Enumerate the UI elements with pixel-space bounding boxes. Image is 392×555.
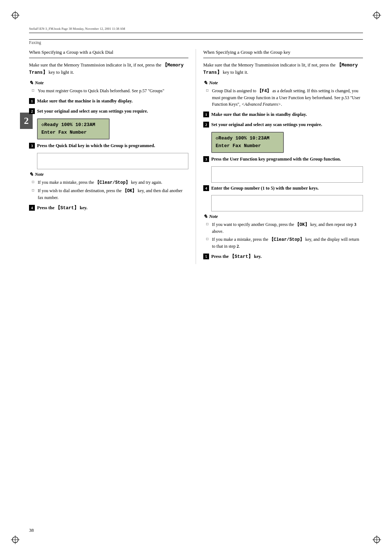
right-step-3-num: 3 [203,156,209,162]
left-step-2-num: 2 [29,108,35,114]
note-icon-2: ✎ [29,171,33,178]
left-lcd-line2: Enter Fax Number [41,129,105,137]
right-note-2: ✎ Note If you want to specify another Gr… [203,214,363,250]
right-note-2-item-2: If you make a mistake, press the 【Clear/… [206,236,363,250]
right-step-1: 1 Make sure that the machine is in stand… [203,111,363,118]
reg-mark-bl [11,535,20,544]
left-step-1: 1 Make sure that the machine is in stand… [29,98,188,105]
right-column: When Specifying a Group with the Group k… [196,49,363,264]
left-step-3-box [37,153,188,169]
left-step-3: 3 Press the Quick Dial key in which the … [29,142,188,149]
reg-mark-tr [372,11,381,20]
page-header: StellaF1EN-3_FM.book Page 38 Monday, Nov… [29,22,363,36]
page-number: 38 [29,527,34,533]
right-note-1-title: ✎ Note [203,80,363,86]
left-note-2: ✎ Note If you make a mistake, press the … [29,171,188,201]
right-lcd-display: ◇Ready 100% 10:23AM Enter Fax Number [211,132,284,153]
reg-mark-br [372,535,381,544]
main-content: When Specifying a Group with a Quick Dia… [29,49,363,519]
section-label: Faxing [29,40,41,45]
left-step-4-text: Press the 【Start】 key. [37,204,87,212]
right-step-3-text: Press the User Function key programmed w… [211,156,341,163]
right-note-1-list: Group Dial is assigned to 【F4】 as a defa… [203,88,363,108]
right-note-1: ✎ Note Group Dial is assigned to 【F4】 as… [203,80,363,108]
left-step-4-num: 4 [29,205,35,211]
right-intro-text: Make sure that the Memory Transmission i… [203,62,363,76]
left-note-2-title: ✎ Note [29,171,188,178]
right-column-header: When Specifying a Group with the Group k… [203,49,363,58]
left-step-1-num: 1 [29,98,35,104]
left-step-2-text: Set your original and select any scan se… [37,108,148,115]
right-step-1-num: 1 [203,112,209,117]
reg-mark-tl [11,11,20,20]
header-metadata: StellaF1EN-3_FM.book Page 38 Monday, Nov… [29,27,125,31]
right-step-5-num: 5 [203,254,209,259]
two-column-layout: When Specifying a Group with a Quick Dia… [29,49,363,264]
right-step-4: 4 Enter the Group number (1 to 5) with t… [203,185,363,192]
left-column-header: When Specifying a Group with a Quick Dia… [29,49,188,58]
section-rule [29,39,363,40]
right-step-2-num: 2 [203,122,209,127]
left-step-3-text: Press the Quick Dial key in which the Gr… [37,142,155,149]
left-lcd-line1: ◇Ready 100% 10:23AM [41,121,105,129]
left-note-2-item-1: If you make a mistake, press the 【Clear/… [32,179,188,186]
right-lcd-line1: ◇Ready 100% 10:23AM [216,135,279,142]
right-step-4-num: 4 [203,185,209,191]
right-step-5: 5 Press the 【Start】 key. [203,253,363,260]
right-note-2-title: ✎ Note [203,214,363,220]
note-icon-r1: ✎ [203,80,208,86]
left-intro-text: Make sure that the Memory Transmission i… [29,62,188,76]
left-step-3-num: 3 [29,143,35,149]
left-column: When Specifying a Group with a Quick Dia… [29,49,196,264]
right-step-4-text: Enter the Group number (1 to 5) with the… [211,185,319,192]
header-line: StellaF1EN-3_FM.book Page 38 Monday, Nov… [29,25,363,33]
right-note-2-item-1: If you want to specify another Group, pr… [206,221,363,235]
right-note-1-item-1: Group Dial is assigned to 【F4】 as a defa… [206,88,363,108]
right-step-5-text: Press the 【Start】 key. [211,253,262,260]
right-step-3: 3 Press the User Function key programmed… [203,156,363,163]
left-note-2-item-2: If you wish to dial another destination,… [32,187,188,201]
left-note-2-list: If you make a mistake, press the 【Clear/… [29,179,188,201]
right-note-2-list: If you want to specify another Group, pr… [203,221,363,250]
right-step-3-box [211,166,363,183]
note-icon: ✎ [29,80,33,86]
left-lcd-display: ◇Ready 100% 10:23AM Enter Fax Number [37,118,110,139]
right-step-1-text: Make sure that the machine is in standby… [211,111,307,118]
left-note-1-item-1: You must register Groups to Quick Dials … [32,88,188,94]
left-step-4: 4 Press the 【Start】 key. [29,204,188,212]
right-lcd-line2: Enter Fax Number [216,142,279,150]
left-step-2: 2 Set your original and select any scan … [29,108,188,115]
right-step-2-text: Set your original and select any scan se… [211,121,322,128]
note-icon-r2: ✎ [203,214,208,220]
left-note-1-list: You must register Groups to Quick Dials … [29,88,188,94]
left-step-1-text: Make sure that the machine is in standby… [37,98,132,105]
left-note-1-title: ✎ Note [29,80,188,86]
right-step-2: 2 Set your original and select any scan … [203,121,363,128]
left-note-1: ✎ Note You must register Groups to Quick… [29,80,188,94]
right-step-4-box [211,195,363,211]
